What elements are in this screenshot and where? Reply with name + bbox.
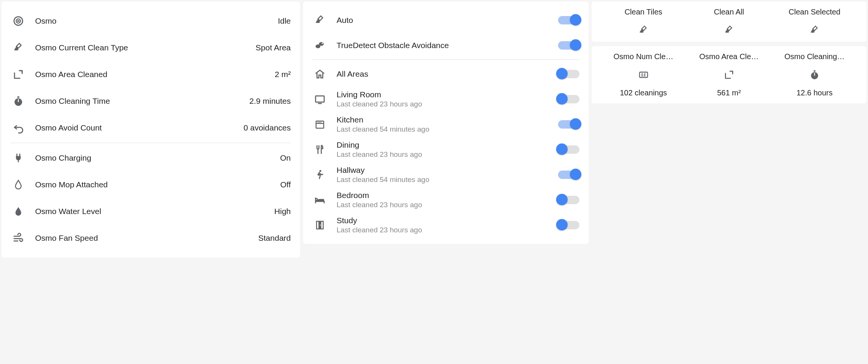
- status-row[interactable]: Osmo Mop Attached Off: [11, 171, 291, 198]
- stat-label: Osmo Num Cle…: [601, 52, 686, 61]
- toggle-switch[interactable]: [558, 120, 579, 129]
- stat-label: Osmo Area Cle…: [686, 52, 772, 61]
- status-label: Osmo Area Cleaned: [35, 70, 266, 79]
- broom-icon: [686, 25, 772, 35]
- stopwatch-icon: [772, 69, 857, 80]
- toggle-row[interactable]: Hallway Last cleaned 54 minutes ago: [312, 162, 579, 187]
- toggle-label: Kitchen: [337, 114, 549, 125]
- status-card: Osmo Idle Osmo Current Clean Type Spot A…: [2, 2, 300, 258]
- toggle-label: TrueDetect Obstacle Avoidance: [337, 40, 549, 50]
- broom-icon: [601, 25, 686, 35]
- status-label: Osmo Current Clean Type: [35, 43, 247, 52]
- area-subtitle: Last cleaned 23 hours ago: [337, 200, 549, 210]
- toggle-switch[interactable]: [558, 16, 579, 24]
- toggle-switch[interactable]: [558, 145, 579, 154]
- svg-rect-21: [814, 70, 816, 72]
- toggle-row[interactable]: Living Room Last cleaned 23 hours ago: [312, 87, 579, 112]
- status-row[interactable]: Osmo Area Cleaned 2 m²: [11, 61, 291, 88]
- counter-icon: 12: [601, 69, 686, 80]
- status-row[interactable]: Osmo Water Level High: [11, 198, 291, 225]
- svg-point-7: [321, 43, 323, 44]
- status-value: Standard: [258, 234, 291, 243]
- toggle-label: Study: [337, 215, 549, 225]
- status-row[interactable]: Osmo Charging On: [11, 145, 291, 171]
- status-row[interactable]: Osmo Current Clean Type Spot Area: [11, 34, 291, 61]
- area-subtitle: Last cleaned 23 hours ago: [337, 225, 549, 235]
- stat-value: 102 cleanings: [601, 89, 686, 97]
- status-value: Spot Area: [256, 43, 291, 52]
- toggles-card: Auto TrueDetect Obstacle Avoidance All A…: [303, 2, 589, 244]
- action-clean selected[interactable]: Clean Selected: [772, 8, 857, 35]
- status-row[interactable]: Osmo Idle: [11, 8, 291, 34]
- status-label: Osmo Fan Speed: [35, 234, 249, 243]
- toggle-switch[interactable]: [558, 70, 579, 78]
- toggle-label: Living Room: [337, 89, 549, 100]
- stat-item[interactable]: Osmo Num Cle… 12 102 cleanings: [601, 52, 686, 97]
- door-icon: [312, 219, 328, 231]
- toggle-label: Bedroom: [337, 190, 549, 200]
- bed-icon: [312, 194, 328, 206]
- area-subtitle: Last cleaned 54 minutes ago: [337, 125, 549, 134]
- status-value: Off: [280, 180, 291, 189]
- action-clean tiles[interactable]: Clean Tiles: [601, 8, 686, 35]
- stat-value: 12.6 hours: [772, 89, 857, 97]
- toggle-row[interactable]: Study Last cleaned 23 hours ago: [312, 213, 579, 238]
- plug-icon: [11, 152, 26, 164]
- oven-icon: [312, 119, 328, 130]
- svg-rect-8: [316, 96, 324, 102]
- status-row[interactable]: Osmo Fan Speed Standard: [11, 225, 291, 251]
- toggle-row[interactable]: Auto: [312, 8, 579, 33]
- action-clean all[interactable]: Clean All: [686, 8, 772, 35]
- tv-icon: [312, 93, 328, 105]
- action-label: Clean All: [686, 8, 772, 16]
- area-icon: [686, 69, 772, 80]
- status-label: Osmo Water Level: [35, 207, 265, 216]
- walk-icon: [312, 169, 328, 180]
- svg-rect-9: [316, 121, 324, 128]
- toggle-label: Dining: [337, 140, 549, 150]
- divider: [11, 143, 291, 143]
- toggle-switch[interactable]: [558, 41, 579, 50]
- stopwatch-icon: [11, 95, 26, 107]
- status-value: 2 m²: [275, 70, 291, 79]
- status-value: Idle: [278, 16, 291, 26]
- status-row[interactable]: Osmo Avoid Count 0 avoidances: [11, 114, 291, 141]
- toggle-switch[interactable]: [558, 171, 579, 179]
- fork-icon: [312, 144, 328, 155]
- area-subtitle: Last cleaned 54 minutes ago: [337, 175, 549, 185]
- status-label: Osmo Avoid Count: [35, 123, 234, 132]
- action-label: Clean Tiles: [601, 8, 686, 16]
- svg-text:1: 1: [641, 74, 643, 77]
- toggle-row[interactable]: TrueDetect Obstacle Avoidance: [312, 33, 579, 58]
- robot-icon: [11, 15, 26, 27]
- action-label: Clean Selected: [772, 8, 857, 16]
- actions-card: Clean Tiles Clean All Clean Selected: [592, 2, 866, 42]
- toggle-row[interactable]: Dining Last cleaned 23 hours ago: [312, 137, 579, 162]
- svg-point-6: [319, 42, 324, 46]
- status-label: Osmo: [35, 16, 269, 26]
- toggle-switch[interactable]: [558, 221, 579, 229]
- toggle-row[interactable]: All Areas: [312, 61, 579, 87]
- svg-point-11: [319, 122, 320, 123]
- drop-icon: [11, 206, 26, 217]
- toggle-row[interactable]: Kitchen Last cleaned 54 minutes ago: [312, 112, 579, 137]
- svg-point-13: [319, 170, 321, 172]
- status-value: On: [280, 153, 291, 163]
- status-row[interactable]: Osmo Cleaning Time 2.9 minutes: [11, 88, 291, 114]
- svg-rect-4: [18, 97, 19, 98]
- stat-item[interactable]: Osmo Area Cle… 561 m²: [686, 52, 772, 97]
- area-icon: [11, 69, 26, 80]
- status-value: 0 avoidances: [244, 123, 291, 132]
- undo-icon: [11, 122, 26, 134]
- drop-outline-icon: [11, 179, 26, 190]
- toggle-switch[interactable]: [558, 95, 579, 103]
- broom-icon: [11, 42, 26, 53]
- toggle-switch[interactable]: [558, 196, 579, 204]
- stat-item[interactable]: Osmo Cleaning… 12.6 hours: [772, 52, 857, 97]
- toggle-label: All Areas: [337, 69, 549, 79]
- home-icon: [312, 68, 328, 80]
- svg-point-10: [318, 122, 319, 123]
- broom-icon: [772, 25, 857, 35]
- broom-icon: [312, 14, 328, 26]
- toggle-row[interactable]: Bedroom Last cleaned 23 hours ago: [312, 187, 579, 213]
